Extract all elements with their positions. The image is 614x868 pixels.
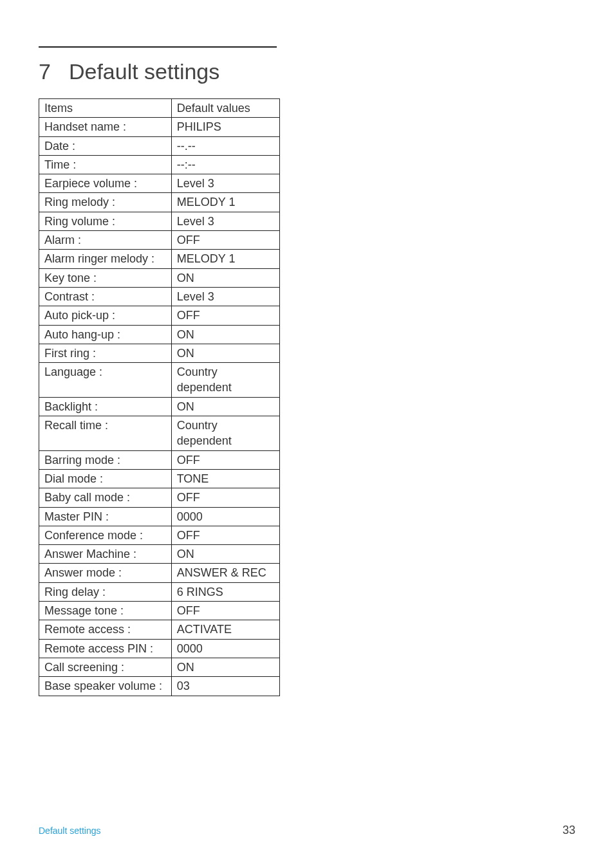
table-row: Language :Country dependent — [39, 363, 280, 398]
table-cell-item: Dial mode : — [39, 469, 172, 488]
table-row: Auto hang-up :ON — [39, 325, 280, 344]
table-cell-item: Base speaker volume : — [39, 677, 172, 696]
table-cell-value: Level 3 — [171, 287, 279, 306]
table-cell-item: Date : — [39, 136, 172, 155]
table-cell-value: ON — [171, 344, 279, 362]
document-page: 7 Default settings Items Default values … — [0, 0, 614, 868]
table-row: Time :--:-- — [39, 155, 280, 174]
table-cell-item: Conference mode : — [39, 526, 172, 544]
table-cell-value: ANSWER & REC — [171, 564, 279, 582]
default-settings-table: Items Default values Handset name :PHILI… — [39, 98, 280, 696]
table-cell-item: Time : — [39, 155, 172, 174]
table-cell-value: 03 — [171, 677, 279, 696]
table-cell-item: Recall time : — [39, 416, 172, 451]
table-row: Message tone :OFF — [39, 602, 280, 620]
table-cell-value: OFF — [171, 526, 279, 544]
table-cell-item: Alarm : — [39, 231, 172, 250]
table-header-items: Items — [39, 99, 172, 118]
table-cell-value: 0000 — [171, 507, 279, 526]
table-cell-item: First ring : — [39, 344, 172, 362]
table-cell-value: OFF — [171, 306, 279, 325]
table-cell-value: Country dependent — [171, 416, 279, 451]
table-cell-item: Contrast : — [39, 287, 172, 306]
table-cell-item: Master PIN : — [39, 507, 172, 526]
table-header-values: Default values — [171, 99, 279, 118]
table-row: Backlight :ON — [39, 397, 280, 416]
table-cell-item: Handset name : — [39, 118, 172, 136]
table-row: Handset name :PHILIPS — [39, 118, 280, 136]
section-heading: 7 Default settings — [39, 59, 575, 84]
table-row: First ring :ON — [39, 344, 280, 362]
table-cell-value: Level 3 — [171, 174, 279, 193]
table-row: Remote access PIN :0000 — [39, 639, 280, 658]
table-cell-item: Language : — [39, 363, 172, 398]
table-row: Ring delay :6 RINGS — [39, 582, 280, 601]
table-cell-value: ON — [171, 325, 279, 344]
table-row: Call screening :ON — [39, 658, 280, 676]
table-cell-item: Ring volume : — [39, 212, 172, 230]
table-cell-item: Ring delay : — [39, 582, 172, 601]
table-cell-value: 0000 — [171, 639, 279, 658]
table-cell-value: MELODY 1 — [171, 250, 279, 268]
table-cell-item: Ring melody : — [39, 193, 172, 212]
table-cell-item: Baby call mode : — [39, 488, 172, 507]
table-row: Alarm :OFF — [39, 231, 280, 250]
table-row: Auto pick-up :OFF — [39, 306, 280, 325]
table-row: Earpiece volume :Level 3 — [39, 174, 280, 193]
table-cell-item: Alarm ringer melody : — [39, 250, 172, 268]
table-row: Key tone :ON — [39, 268, 280, 287]
table-row: Baby call mode :OFF — [39, 488, 280, 507]
table-cell-value: OFF — [171, 231, 279, 250]
table-cell-value: 6 RINGS — [171, 582, 279, 601]
section-number: 7 — [39, 59, 51, 84]
table-cell-item: Backlight : — [39, 397, 172, 416]
table-row: Ring volume :Level 3 — [39, 212, 280, 230]
table-cell-value: Country dependent — [171, 363, 279, 398]
table-row: Answer Machine :ON — [39, 545, 280, 564]
table-cell-item: Answer mode : — [39, 564, 172, 582]
table-row: Ring melody :MELODY 1 — [39, 193, 280, 212]
table-cell-item: Auto pick-up : — [39, 306, 172, 325]
table-cell-value: PHILIPS — [171, 118, 279, 136]
table-cell-value: OFF — [171, 450, 279, 469]
table-cell-value: Level 3 — [171, 212, 279, 230]
table-row: Remote access :ACTIVATE — [39, 620, 280, 639]
section-rule — [39, 46, 277, 48]
table-cell-item: Call screening : — [39, 658, 172, 676]
table-cell-value: ACTIVATE — [171, 620, 279, 639]
table-cell-value: ON — [171, 268, 279, 287]
table-cell-value: OFF — [171, 602, 279, 620]
table-cell-value: ON — [171, 658, 279, 676]
table-row: Dial mode :TONE — [39, 469, 280, 488]
table-row: Recall time :Country dependent — [39, 416, 280, 451]
table-cell-item: Key tone : — [39, 268, 172, 287]
table-row: Contrast :Level 3 — [39, 287, 280, 306]
table-cell-item: Remote access PIN : — [39, 639, 172, 658]
table-cell-item: Barring mode : — [39, 450, 172, 469]
table-cell-value: --:-- — [171, 155, 279, 174]
table-header-row: Items Default values — [39, 99, 280, 118]
table-cell-value: ON — [171, 545, 279, 564]
section-title: Default settings — [69, 59, 219, 84]
table-cell-item: Earpiece volume : — [39, 174, 172, 193]
table-row: Master PIN :0000 — [39, 507, 280, 526]
table-row: Answer mode :ANSWER & REC — [39, 564, 280, 582]
table-row: Date :--.-- — [39, 136, 280, 155]
page-footer: Default settings 33 — [39, 824, 575, 837]
table-row: Alarm ringer melody :MELODY 1 — [39, 250, 280, 268]
table-cell-value: OFF — [171, 488, 279, 507]
footer-page-number: 33 — [563, 824, 575, 837]
table-cell-value: MELODY 1 — [171, 193, 279, 212]
table-cell-item: Answer Machine : — [39, 545, 172, 564]
footer-section-label: Default settings — [39, 826, 101, 836]
table-cell-item: Auto hang-up : — [39, 325, 172, 344]
table-cell-value: --.-- — [171, 136, 279, 155]
table-row: Base speaker volume :03 — [39, 677, 280, 696]
table-cell-value: TONE — [171, 469, 279, 488]
table-row: Barring mode :OFF — [39, 450, 280, 469]
table-cell-value: ON — [171, 397, 279, 416]
table-row: Conference mode :OFF — [39, 526, 280, 544]
table-cell-item: Message tone : — [39, 602, 172, 620]
table-cell-item: Remote access : — [39, 620, 172, 639]
